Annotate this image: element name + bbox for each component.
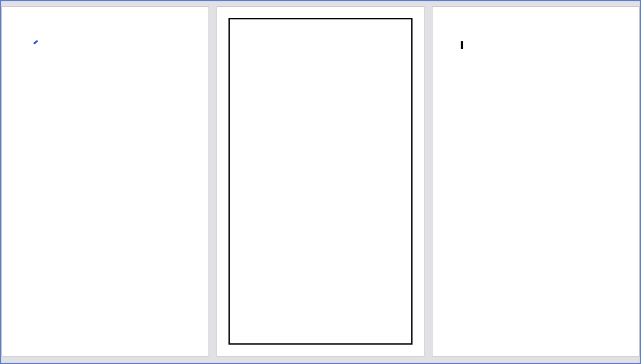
left-panel[interactable] [1, 6, 209, 356]
rectangle-shape [228, 18, 413, 345]
black-stroke-mark [461, 41, 463, 49]
center-panel[interactable] [217, 6, 424, 356]
right-panel[interactable] [432, 6, 640, 356]
blue-stroke-mark [33, 41, 38, 46]
